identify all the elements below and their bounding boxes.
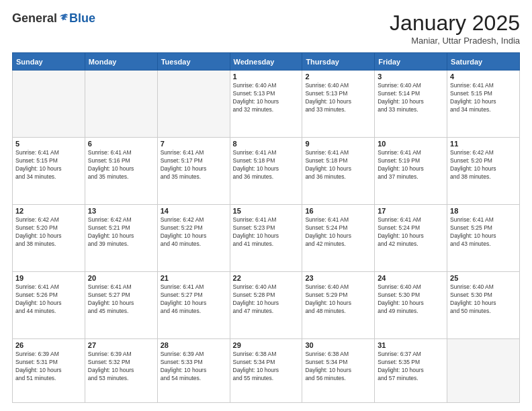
day-info: Sunrise: 6:41 AMSunset: 5:27 PMDaylight:… <box>88 283 154 316</box>
day-number: 11 <box>450 140 517 148</box>
calendar-cell: 27Sunrise: 6:39 AMSunset: 5:32 PMDayligh… <box>85 338 157 402</box>
day-number: 24 <box>378 274 444 282</box>
calendar-cell: 24Sunrise: 6:40 AMSunset: 5:30 PMDayligh… <box>375 271 447 338</box>
calendar-cell <box>157 71 230 138</box>
calendar-cell: 11Sunrise: 6:42 AMSunset: 5:20 PMDayligh… <box>447 137 520 204</box>
day-info: Sunrise: 6:38 AMSunset: 5:34 PMDaylight:… <box>305 351 371 383</box>
calendar-cell <box>13 71 85 138</box>
day-info: Sunrise: 6:41 AMSunset: 5:27 PMDaylight:… <box>161 283 227 316</box>
day-number: 29 <box>233 341 300 349</box>
col-tuesday: Tuesday <box>157 53 230 71</box>
day-number: 15 <box>233 207 300 215</box>
day-number: 26 <box>15 341 82 349</box>
day-info: Sunrise: 6:41 AMSunset: 5:15 PMDaylight:… <box>15 149 82 181</box>
calendar-week-row: 26Sunrise: 6:39 AMSunset: 5:31 PMDayligh… <box>13 338 520 402</box>
calendar-cell: 21Sunrise: 6:41 AMSunset: 5:27 PMDayligh… <box>157 271 230 338</box>
calendar-cell <box>85 71 157 138</box>
calendar-cell: 30Sunrise: 6:38 AMSunset: 5:34 PMDayligh… <box>302 338 375 402</box>
day-number: 13 <box>88 207 154 215</box>
calendar-cell: 28Sunrise: 6:39 AMSunset: 5:33 PMDayligh… <box>157 338 230 402</box>
day-info: Sunrise: 6:42 AMSunset: 5:21 PMDaylight:… <box>88 216 154 248</box>
col-friday: Friday <box>375 53 447 71</box>
day-info: Sunrise: 6:40 AMSunset: 5:13 PMDaylight:… <box>305 82 371 114</box>
day-info: Sunrise: 6:41 AMSunset: 5:18 PMDaylight:… <box>305 149 371 181</box>
calendar-cell: 3Sunrise: 6:40 AMSunset: 5:14 PMDaylight… <box>375 71 447 138</box>
calendar-cell: 19Sunrise: 6:41 AMSunset: 5:26 PMDayligh… <box>13 271 85 338</box>
calendar-cell: 20Sunrise: 6:41 AMSunset: 5:27 PMDayligh… <box>85 271 157 338</box>
calendar-week-row: 12Sunrise: 6:42 AMSunset: 5:20 PMDayligh… <box>13 204 520 271</box>
day-number: 22 <box>233 274 300 282</box>
calendar-cell: 18Sunrise: 6:41 AMSunset: 5:25 PMDayligh… <box>447 204 520 271</box>
calendar-cell: 16Sunrise: 6:41 AMSunset: 5:24 PMDayligh… <box>302 204 375 271</box>
calendar-table: Sunday Monday Tuesday Wednesday Thursday… <box>12 52 520 403</box>
day-number: 30 <box>305 341 371 349</box>
day-info: Sunrise: 6:41 AMSunset: 5:26 PMDaylight:… <box>15 283 82 316</box>
day-info: Sunrise: 6:39 AMSunset: 5:31 PMDaylight:… <box>15 351 82 383</box>
day-number: 10 <box>378 140 444 148</box>
calendar-cell: 2Sunrise: 6:40 AMSunset: 5:13 PMDaylight… <box>302 71 375 138</box>
day-number: 17 <box>378 207 444 215</box>
day-info: Sunrise: 6:40 AMSunset: 5:14 PMDaylight:… <box>378 82 444 114</box>
logo-blue-text: Blue <box>69 12 95 24</box>
logo-bird-icon <box>58 13 69 24</box>
calendar-cell: 5Sunrise: 6:41 AMSunset: 5:15 PMDaylight… <box>13 137 85 204</box>
day-info: Sunrise: 6:39 AMSunset: 5:32 PMDaylight:… <box>88 351 154 383</box>
day-info: Sunrise: 6:41 AMSunset: 5:19 PMDaylight:… <box>378 149 444 181</box>
month-title: January 2025 <box>390 12 520 34</box>
calendar-cell: 7Sunrise: 6:41 AMSunset: 5:17 PMDaylight… <box>157 137 230 204</box>
day-number: 16 <box>305 207 371 215</box>
location-subtitle: Maniar, Uttar Pradesh, India <box>390 36 520 46</box>
day-info: Sunrise: 6:41 AMSunset: 5:17 PMDaylight:… <box>161 149 227 181</box>
calendar-cell <box>447 338 520 402</box>
day-number: 23 <box>305 274 371 282</box>
calendar-cell: 26Sunrise: 6:39 AMSunset: 5:31 PMDayligh… <box>13 338 85 402</box>
calendar-cell: 6Sunrise: 6:41 AMSunset: 5:16 PMDaylight… <box>85 137 157 204</box>
day-number: 21 <box>161 274 227 282</box>
calendar-week-row: 5Sunrise: 6:41 AMSunset: 5:15 PMDaylight… <box>13 137 520 204</box>
calendar-cell: 15Sunrise: 6:41 AMSunset: 5:23 PMDayligh… <box>230 204 302 271</box>
day-info: Sunrise: 6:42 AMSunset: 5:20 PMDaylight:… <box>450 149 517 181</box>
day-number: 1 <box>233 73 300 81</box>
day-number: 5 <box>15 140 82 148</box>
calendar-cell: 13Sunrise: 6:42 AMSunset: 5:21 PMDayligh… <box>85 204 157 271</box>
day-info: Sunrise: 6:41 AMSunset: 5:15 PMDaylight:… <box>450 82 517 114</box>
day-info: Sunrise: 6:41 AMSunset: 5:24 PMDaylight:… <box>305 216 371 248</box>
col-thursday: Thursday <box>302 53 375 71</box>
calendar-cell: 25Sunrise: 6:40 AMSunset: 5:30 PMDayligh… <box>447 271 520 338</box>
calendar-cell: 12Sunrise: 6:42 AMSunset: 5:20 PMDayligh… <box>13 204 85 271</box>
col-sunday: Sunday <box>13 53 85 71</box>
day-number: 6 <box>88 140 154 148</box>
calendar-cell: 31Sunrise: 6:37 AMSunset: 5:35 PMDayligh… <box>375 338 447 402</box>
day-number: 8 <box>233 140 300 148</box>
day-number: 18 <box>450 207 517 215</box>
calendar-cell: 1Sunrise: 6:40 AMSunset: 5:13 PMDaylight… <box>230 71 302 138</box>
day-info: Sunrise: 6:40 AMSunset: 5:30 PMDaylight:… <box>450 283 517 316</box>
day-number: 12 <box>15 207 82 215</box>
col-monday: Monday <box>85 53 157 71</box>
calendar-cell: 14Sunrise: 6:42 AMSunset: 5:22 PMDayligh… <box>157 204 230 271</box>
day-number: 9 <box>305 140 371 148</box>
day-number: 25 <box>450 274 517 282</box>
header: General Blue January 2025 Maniar, Uttar … <box>12 12 520 46</box>
day-number: 7 <box>161 140 227 148</box>
calendar-cell: 23Sunrise: 6:40 AMSunset: 5:29 PMDayligh… <box>302 271 375 338</box>
col-wednesday: Wednesday <box>230 53 302 71</box>
logo-general-text: General <box>12 12 57 24</box>
col-saturday: Saturday <box>447 53 520 71</box>
day-info: Sunrise: 6:41 AMSunset: 5:24 PMDaylight:… <box>378 216 444 248</box>
logo: General Blue <box>12 12 95 24</box>
calendar-week-row: 1Sunrise: 6:40 AMSunset: 5:13 PMDaylight… <box>13 71 520 138</box>
calendar-cell: 17Sunrise: 6:41 AMSunset: 5:24 PMDayligh… <box>375 204 447 271</box>
calendar-cell: 29Sunrise: 6:38 AMSunset: 5:34 PMDayligh… <box>230 338 302 402</box>
day-info: Sunrise: 6:41 AMSunset: 5:18 PMDaylight:… <box>233 149 300 181</box>
day-info: Sunrise: 6:40 AMSunset: 5:13 PMDaylight:… <box>233 82 300 114</box>
day-number: 27 <box>88 341 154 349</box>
day-number: 2 <box>305 73 371 81</box>
day-info: Sunrise: 6:41 AMSunset: 5:25 PMDaylight:… <box>450 216 517 248</box>
day-info: Sunrise: 6:40 AMSunset: 5:28 PMDaylight:… <box>233 283 300 316</box>
day-info: Sunrise: 6:40 AMSunset: 5:30 PMDaylight:… <box>378 283 444 316</box>
title-area: January 2025 Maniar, Uttar Pradesh, Indi… <box>390 12 520 46</box>
page: General Blue January 2025 Maniar, Uttar … <box>0 0 532 411</box>
calendar-cell: 10Sunrise: 6:41 AMSunset: 5:19 PMDayligh… <box>375 137 447 204</box>
day-info: Sunrise: 6:37 AMSunset: 5:35 PMDaylight:… <box>378 351 444 383</box>
